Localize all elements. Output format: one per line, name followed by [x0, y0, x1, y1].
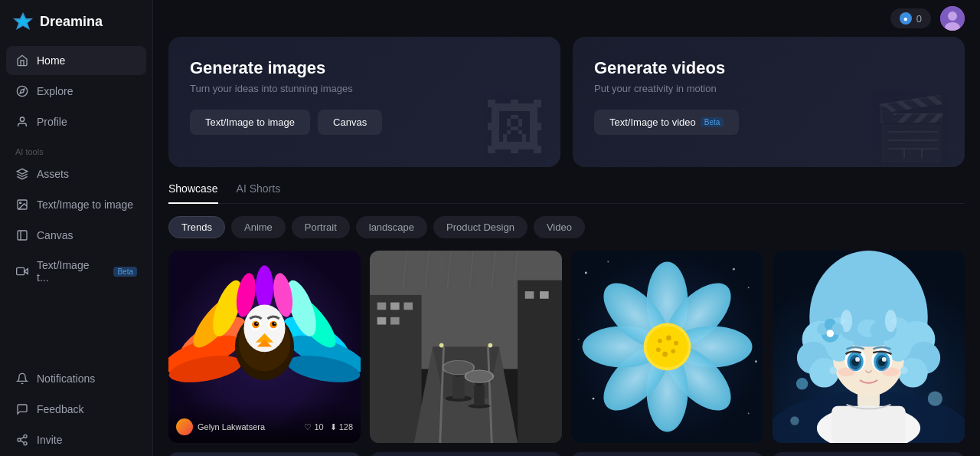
svg-point-82 [585, 272, 587, 274]
svg-rect-52 [390, 303, 400, 310]
image-card-blank3[interactable] [571, 452, 763, 456]
logo[interactable]: Dreamina [0, 0, 152, 43]
svg-point-87 [748, 412, 750, 414]
svg-point-103 [671, 349, 675, 353]
svg-rect-54 [377, 317, 387, 325]
sidebar-item-invite[interactable]: Invite [6, 425, 146, 454]
main-content: ● 0 🖼 Generate images Turn your ideas in… [153, 0, 980, 456]
sidebar-item-notifications-label: Notifications [37, 372, 95, 385]
filter-product-design[interactable]: Product Design [433, 216, 528, 238]
avatar[interactable] [940, 6, 965, 31]
svg-point-80 [488, 343, 492, 348]
sidebar-item-text-image[interactable]: Text/Image to image [6, 190, 146, 219]
street-artwork [370, 251, 562, 443]
svg-point-33 [256, 265, 273, 310]
logo-icon [12, 11, 34, 32]
sidebar: Dreamina Home Explore [0, 0, 153, 456]
svg-point-144 [882, 368, 900, 377]
svg-rect-56 [518, 280, 562, 443]
card2-subtitle: Put your creativity in motion [594, 83, 943, 94]
sidebar-item-notifications[interactable]: Notifications [6, 364, 146, 393]
image-card-eagle[interactable]: Gelyn Lakwatsera ♡ 10 ⬇ 128 [168, 251, 361, 443]
svg-point-42 [254, 322, 259, 326]
sidebar-item-canvas-label: Canvas [37, 229, 73, 241]
svg-line-15 [21, 441, 24, 443]
sidebar-item-assets[interactable]: Assets [6, 159, 146, 189]
sidebar-item-home[interactable]: Home [6, 46, 146, 75]
svg-point-7 [20, 202, 21, 204]
svg-point-101 [666, 336, 671, 341]
svg-point-44 [256, 323, 258, 324]
sidebar-item-assets-label: Assets [37, 168, 69, 180]
image-card-blank1[interactable] [168, 452, 361, 456]
tab-ai-shorts[interactable]: AI Shorts [237, 182, 281, 204]
svg-rect-11 [17, 267, 24, 274]
svg-point-105 [656, 347, 661, 352]
sidebar-item-text-image-label: Text/Image to image [37, 198, 133, 211]
svg-point-86 [593, 398, 595, 400]
canvas-icon [15, 228, 29, 242]
svg-marker-10 [24, 269, 28, 274]
eagle-likes: ♡ 10 [304, 422, 323, 432]
eagle-stats: ♡ 10 ⬇ 128 [304, 422, 353, 432]
eagle-card-overlay: Gelyn Lakwatsera ♡ 10 ⬇ 128 [168, 400, 361, 443]
filter-video-label: Video [547, 221, 572, 233]
generate-videos-card: 🎬 Generate videos Put your creativity in… [573, 37, 965, 167]
svg-point-83 [607, 261, 609, 263]
text-image-to-video-button[interactable]: Text/Image to video Beta [594, 110, 739, 135]
svg-line-16 [21, 437, 24, 439]
anime-girl-artwork [773, 251, 965, 443]
svg-rect-64 [452, 376, 464, 399]
sidebar-item-profile[interactable]: Profile [6, 107, 146, 136]
filter-landscape[interactable]: landscape [356, 216, 427, 238]
image-grid: Gelyn Lakwatsera ♡ 10 ⬇ 128 [168, 251, 965, 443]
image-card-blank4[interactable] [773, 452, 965, 456]
filter-trends-label: Trends [181, 221, 212, 233]
svg-point-143 [838, 368, 855, 377]
tab-ai-shorts-label: AI Shorts [237, 182, 281, 195]
video-beta-badge: Beta [701, 117, 724, 127]
filter-product-design-label: Product Design [446, 221, 514, 233]
filter-video[interactable]: Video [534, 216, 585, 238]
svg-point-2 [17, 86, 27, 96]
canvas-button[interactable]: Canvas [318, 110, 382, 135]
hero-row: 🖼 Generate images Turn your ideas into s… [168, 37, 965, 167]
svg-rect-150 [168, 453, 361, 456]
sidebar-item-feedback[interactable]: Feedback [6, 395, 146, 424]
image-card-blank2[interactable] [370, 452, 562, 456]
svg-point-102 [674, 341, 678, 346]
svg-point-148 [928, 391, 942, 405]
svg-rect-58 [540, 291, 549, 299]
filter-portrait[interactable]: Portrait [292, 216, 350, 238]
eagle-user-avatar [176, 418, 193, 435]
filter-anime[interactable]: Anime [231, 216, 286, 238]
svg-point-45 [274, 323, 276, 324]
generate-images-card: 🖼 Generate images Turn your ideas into s… [168, 37, 560, 167]
svg-point-100 [658, 339, 662, 343]
sidebar-nav: Home Explore Profile AI tools [0, 46, 152, 456]
image-card-street[interactable] [370, 251, 562, 443]
card1-subtitle: Turn your ideas into stunning images [190, 83, 539, 94]
svg-point-147 [796, 378, 808, 389]
filter-trends[interactable]: Trends [168, 216, 225, 238]
svg-marker-5 [17, 169, 27, 174]
text-image-to-image-button[interactable]: Text/Image to image [190, 110, 310, 135]
filter-portrait-label: Portrait [305, 221, 337, 233]
image-grid-row2 [168, 452, 965, 456]
svg-rect-51 [377, 303, 387, 310]
svg-point-72 [466, 370, 493, 382]
svg-point-127 [885, 310, 897, 332]
sidebar-item-explore-label: Explore [37, 85, 73, 97]
credits-count: 0 [916, 13, 922, 25]
svg-marker-3 [20, 89, 24, 93]
sidebar-item-explore[interactable]: Explore [6, 77, 146, 106]
svg-point-43 [272, 322, 276, 326]
image-card-flower[interactable] [571, 251, 763, 443]
tab-showcase[interactable]: Showcase [168, 182, 218, 204]
svg-point-132 [826, 330, 834, 337]
credits-display[interactable]: ● 0 [890, 8, 931, 28]
sidebar-item-text-video[interactable]: Text/Image t... Beta [6, 251, 146, 291]
sidebar-item-canvas[interactable]: Canvas [6, 221, 146, 250]
credit-icon: ● [900, 12, 912, 25]
image-card-girl[interactable] [773, 251, 965, 443]
